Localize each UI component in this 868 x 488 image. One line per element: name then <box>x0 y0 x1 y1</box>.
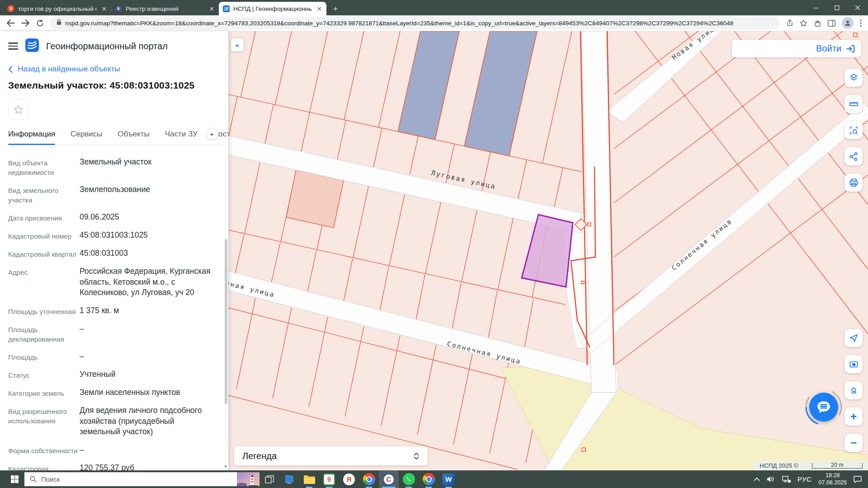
minimize-button[interactable] <box>806 0 826 15</box>
print-button[interactable] <box>844 174 863 192</box>
share-map-button[interactable] <box>844 147 863 165</box>
tab-objects[interactable]: Объекты <box>118 130 150 139</box>
search-placeholder: Поиск <box>41 475 60 483</box>
app-icon-explorer[interactable] <box>299 470 319 488</box>
share-icon[interactable] <box>786 19 793 27</box>
back-to-results-link[interactable]: Назад в найденные объекты <box>8 65 228 74</box>
chat-bubble-icon <box>816 400 831 414</box>
app-icon-chrome-2[interactable] <box>419 470 439 488</box>
browser-tab-nspd-active[interactable]: НСПД | Геоинформационный п <box>219 2 326 15</box>
app-icon-c-active[interactable]: C <box>379 470 399 488</box>
network-icon[interactable] <box>782 476 791 483</box>
star-icon <box>14 105 24 114</box>
app-icon-gis[interactable]: 9 <box>319 470 339 488</box>
profile-avatar[interactable] <box>842 17 854 29</box>
favorite-star-button[interactable] <box>8 99 29 120</box>
tab-title: Реестр извещений <box>126 5 204 12</box>
extensions-icon[interactable] <box>814 19 821 27</box>
browser-tab-reestr[interactable]: Реестр извещений <box>111 2 219 15</box>
portal-title: Геоинформационный портал <box>46 41 168 52</box>
field-row: Вид объекта недвижимостиЗемельный участо… <box>8 157 215 177</box>
attribute-list: Вид объекта недвижимостиЗемельный участо… <box>8 157 228 470</box>
tab-strip: Я торги гов ру официальный сайт Реестр и… <box>0 0 868 15</box>
weather-widget-lighthouse[interactable] <box>237 472 259 486</box>
menu-kebab-icon[interactable] <box>860 19 862 27</box>
tab-close-icon[interactable] <box>316 5 323 12</box>
maximize-button[interactable] <box>826 0 847 15</box>
legend-expand-icon[interactable] <box>413 452 420 460</box>
app-icon-chrome-1[interactable] <box>359 470 379 488</box>
map-attribution: НСПД 2025 © 20 m <box>753 461 868 470</box>
yandex-letter-icon: Я <box>343 474 355 485</box>
app-icon-yandex[interactable]: Я <box>339 470 359 488</box>
page-title: Земельный участок: 45:08:031003:1025 <box>8 80 228 91</box>
zoom-out-button[interactable]: − <box>844 434 863 452</box>
field-row: АдресРоссийская Федерация, Курганская об… <box>8 266 215 298</box>
cadastral-map[interactable]: Луговая улица Солнечная улица Солнечная … <box>228 31 868 470</box>
legend-bar[interactable]: Легенда <box>234 446 428 465</box>
field-row: Площадь декларированная– <box>8 324 215 344</box>
bookmark-star-icon[interactable] <box>800 19 807 27</box>
windows-logo-icon <box>11 475 19 483</box>
chrome-icon <box>363 473 375 485</box>
tab-parts[interactable]: Части ЗУ <box>165 130 198 139</box>
address-field[interactable]: nspd.gov.ru/map?thematic=PKK&zoom=18&coo… <box>50 17 780 29</box>
taskbar-search-input[interactable]: Поиск <box>24 472 259 486</box>
scroll-down-arrow-icon[interactable]: ▼ <box>223 464 228 469</box>
lock-icon <box>57 19 61 27</box>
side-panel-icon[interactable] <box>828 20 835 27</box>
my-location-button[interactable] <box>844 329 863 347</box>
login-button[interactable]: Войти <box>732 40 861 57</box>
login-icon <box>846 44 855 53</box>
clock[interactable]: 18:28 07.08.2025 <box>818 472 847 486</box>
tray-time: 18:28 <box>826 472 840 479</box>
back-icon[interactable] <box>6 19 15 27</box>
language-indicator[interactable]: РУС <box>797 475 812 483</box>
app-icon-whatsapp[interactable] <box>399 470 419 488</box>
panel-scrollbar-thumb[interactable] <box>225 239 227 404</box>
browser-tab-torgi[interactable]: Я торги гов ру официальный сайт <box>4 2 111 15</box>
measure-ruler-button[interactable] <box>844 95 863 113</box>
app-icon-device[interactable] <box>279 470 299 488</box>
task-view-button[interactable] <box>259 470 279 488</box>
menu-hamburger-icon[interactable] <box>8 42 18 51</box>
tab-services[interactable]: Сервисы <box>71 130 102 139</box>
nspd-logo-icon <box>25 38 39 54</box>
search-location-button[interactable] <box>844 381 863 399</box>
close-button[interactable] <box>847 0 868 15</box>
overview-map-button[interactable] <box>844 355 863 373</box>
chevron-left-icon <box>8 66 12 73</box>
forward-icon[interactable] <box>21 19 30 27</box>
legend-label: Легенда <box>242 451 277 461</box>
map-canvas[interactable]: Луговая улица Солнечная улица Солнечная … <box>228 31 868 470</box>
panel-tabs: Информация Сервисы Объекты Части ЗУ Сост… <box>8 130 228 145</box>
field-row: Форма собственности– <box>8 445 215 455</box>
field-row: Дата присвоения09.06.2025 <box>8 212 215 223</box>
start-button[interactable] <box>5 470 24 488</box>
pc-monitor-icon <box>284 474 295 484</box>
new-tab-button[interactable]: + <box>329 3 342 15</box>
tabs-scroll-right-button[interactable]: ▸ <box>206 128 218 140</box>
emblem-favicon-icon <box>115 5 122 12</box>
tab-close-icon[interactable] <box>208 5 215 12</box>
attribution-text: НСПД 2025 © <box>760 462 798 469</box>
speaker-icon[interactable] <box>767 476 775 483</box>
tray-date: 07.08.2025 <box>818 479 847 486</box>
word-letter-icon: W <box>443 474 454 485</box>
field-row: СтатусУчтенный <box>8 369 215 380</box>
reload-icon[interactable] <box>36 19 44 27</box>
tab-close-icon[interactable] <box>100 5 108 12</box>
app-icon-word[interactable]: W <box>439 470 458 488</box>
chat-assistant-button[interactable] <box>809 393 838 422</box>
select-area-button[interactable] <box>844 121 863 139</box>
notification-center-icon[interactable] <box>854 476 862 483</box>
zoom-in-button[interactable]: + <box>844 408 863 426</box>
tray-chevron-up-icon[interactable] <box>754 477 760 481</box>
c-letter-icon: C <box>383 474 395 485</box>
field-row: Площадь уточненная1 375 кв. м <box>8 305 215 316</box>
collapse-panel-button[interactable]: « <box>231 38 244 52</box>
layers-button[interactable] <box>844 69 863 87</box>
tab-information[interactable]: Информация <box>8 130 55 139</box>
url-text: nspd.gov.ru/map?thematic=PKK&zoom=18&coo… <box>65 20 733 27</box>
yandex-favicon-icon: Я <box>7 5 14 12</box>
